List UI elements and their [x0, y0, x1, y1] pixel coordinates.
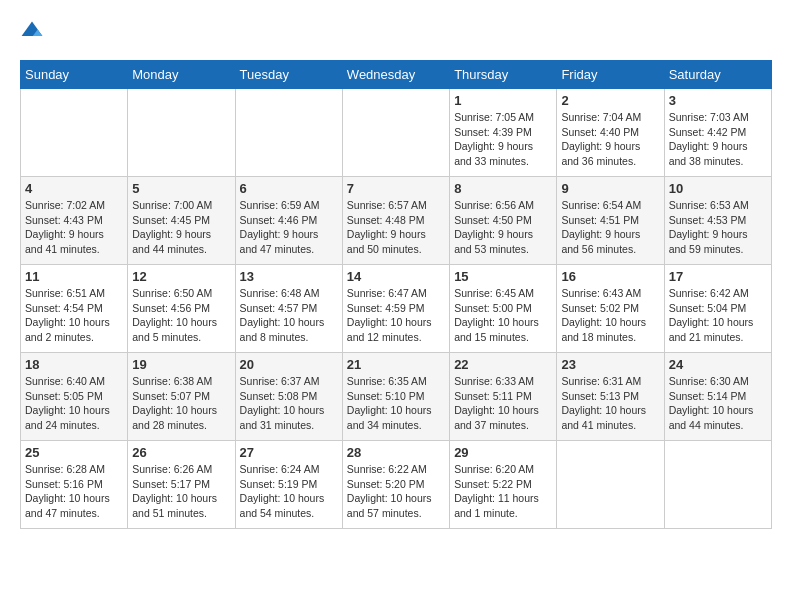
logo [20, 20, 46, 44]
calendar-day-cell: 29Sunrise: 6:20 AMSunset: 5:22 PMDayligh… [450, 441, 557, 529]
calendar-day-cell: 4Sunrise: 7:02 AMSunset: 4:43 PMDaylight… [21, 177, 128, 265]
day-number: 20 [240, 357, 338, 372]
day-info: Sunrise: 6:31 AMSunset: 5:13 PMDaylight:… [561, 374, 659, 433]
day-info: Sunrise: 6:53 AMSunset: 4:53 PMDaylight:… [669, 198, 767, 257]
weekday-header-cell: Tuesday [235, 61, 342, 89]
day-info: Sunrise: 6:28 AMSunset: 5:16 PMDaylight:… [25, 462, 123, 521]
day-info: Sunrise: 6:26 AMSunset: 5:17 PMDaylight:… [132, 462, 230, 521]
calendar-day-cell: 25Sunrise: 6:28 AMSunset: 5:16 PMDayligh… [21, 441, 128, 529]
page-header [20, 20, 772, 44]
day-number: 1 [454, 93, 552, 108]
calendar-day-cell: 3Sunrise: 7:03 AMSunset: 4:42 PMDaylight… [664, 89, 771, 177]
day-number: 16 [561, 269, 659, 284]
day-number: 28 [347, 445, 445, 460]
calendar-day-cell: 21Sunrise: 6:35 AMSunset: 5:10 PMDayligh… [342, 353, 449, 441]
calendar-day-cell: 15Sunrise: 6:45 AMSunset: 5:00 PMDayligh… [450, 265, 557, 353]
day-info: Sunrise: 7:04 AMSunset: 4:40 PMDaylight:… [561, 110, 659, 169]
day-number: 17 [669, 269, 767, 284]
weekday-header-cell: Friday [557, 61, 664, 89]
calendar-day-cell: 16Sunrise: 6:43 AMSunset: 5:02 PMDayligh… [557, 265, 664, 353]
calendar-day-cell: 26Sunrise: 6:26 AMSunset: 5:17 PMDayligh… [128, 441, 235, 529]
day-info: Sunrise: 6:42 AMSunset: 5:04 PMDaylight:… [669, 286, 767, 345]
calendar-day-cell: 24Sunrise: 6:30 AMSunset: 5:14 PMDayligh… [664, 353, 771, 441]
calendar-day-cell [342, 89, 449, 177]
day-number: 7 [347, 181, 445, 196]
calendar-day-cell: 23Sunrise: 6:31 AMSunset: 5:13 PMDayligh… [557, 353, 664, 441]
day-info: Sunrise: 6:47 AMSunset: 4:59 PMDaylight:… [347, 286, 445, 345]
calendar-day-cell: 18Sunrise: 6:40 AMSunset: 5:05 PMDayligh… [21, 353, 128, 441]
day-info: Sunrise: 6:51 AMSunset: 4:54 PMDaylight:… [25, 286, 123, 345]
day-info: Sunrise: 6:59 AMSunset: 4:46 PMDaylight:… [240, 198, 338, 257]
calendar-day-cell: 8Sunrise: 6:56 AMSunset: 4:50 PMDaylight… [450, 177, 557, 265]
calendar-day-cell: 9Sunrise: 6:54 AMSunset: 4:51 PMDaylight… [557, 177, 664, 265]
day-info: Sunrise: 7:03 AMSunset: 4:42 PMDaylight:… [669, 110, 767, 169]
day-info: Sunrise: 6:20 AMSunset: 5:22 PMDaylight:… [454, 462, 552, 521]
day-info: Sunrise: 6:22 AMSunset: 5:20 PMDaylight:… [347, 462, 445, 521]
weekday-header-cell: Saturday [664, 61, 771, 89]
day-number: 9 [561, 181, 659, 196]
calendar-table: SundayMondayTuesdayWednesdayThursdayFrid… [20, 60, 772, 529]
day-info: Sunrise: 7:00 AMSunset: 4:45 PMDaylight:… [132, 198, 230, 257]
weekday-header-cell: Monday [128, 61, 235, 89]
calendar-day-cell: 27Sunrise: 6:24 AMSunset: 5:19 PMDayligh… [235, 441, 342, 529]
day-number: 8 [454, 181, 552, 196]
day-number: 21 [347, 357, 445, 372]
day-number: 13 [240, 269, 338, 284]
day-info: Sunrise: 6:56 AMSunset: 4:50 PMDaylight:… [454, 198, 552, 257]
calendar-week-row: 1Sunrise: 7:05 AMSunset: 4:39 PMDaylight… [21, 89, 772, 177]
day-number: 27 [240, 445, 338, 460]
day-number: 22 [454, 357, 552, 372]
calendar-body: 1Sunrise: 7:05 AMSunset: 4:39 PMDaylight… [21, 89, 772, 529]
day-number: 5 [132, 181, 230, 196]
weekday-header-cell: Sunday [21, 61, 128, 89]
day-info: Sunrise: 6:37 AMSunset: 5:08 PMDaylight:… [240, 374, 338, 433]
day-info: Sunrise: 6:43 AMSunset: 5:02 PMDaylight:… [561, 286, 659, 345]
calendar-day-cell: 28Sunrise: 6:22 AMSunset: 5:20 PMDayligh… [342, 441, 449, 529]
calendar-day-cell: 19Sunrise: 6:38 AMSunset: 5:07 PMDayligh… [128, 353, 235, 441]
calendar-day-cell: 5Sunrise: 7:00 AMSunset: 4:45 PMDaylight… [128, 177, 235, 265]
day-number: 25 [25, 445, 123, 460]
day-info: Sunrise: 6:48 AMSunset: 4:57 PMDaylight:… [240, 286, 338, 345]
calendar-day-cell: 14Sunrise: 6:47 AMSunset: 4:59 PMDayligh… [342, 265, 449, 353]
day-info: Sunrise: 6:38 AMSunset: 5:07 PMDaylight:… [132, 374, 230, 433]
day-number: 23 [561, 357, 659, 372]
day-number: 14 [347, 269, 445, 284]
calendar-week-row: 11Sunrise: 6:51 AMSunset: 4:54 PMDayligh… [21, 265, 772, 353]
day-number: 2 [561, 93, 659, 108]
day-number: 19 [132, 357, 230, 372]
calendar-day-cell: 11Sunrise: 6:51 AMSunset: 4:54 PMDayligh… [21, 265, 128, 353]
day-info: Sunrise: 6:50 AMSunset: 4:56 PMDaylight:… [132, 286, 230, 345]
day-number: 26 [132, 445, 230, 460]
day-number: 3 [669, 93, 767, 108]
calendar-day-cell: 17Sunrise: 6:42 AMSunset: 5:04 PMDayligh… [664, 265, 771, 353]
day-number: 15 [454, 269, 552, 284]
calendar-day-cell: 12Sunrise: 6:50 AMSunset: 4:56 PMDayligh… [128, 265, 235, 353]
day-info: Sunrise: 6:30 AMSunset: 5:14 PMDaylight:… [669, 374, 767, 433]
calendar-day-cell: 6Sunrise: 6:59 AMSunset: 4:46 PMDaylight… [235, 177, 342, 265]
day-number: 18 [25, 357, 123, 372]
day-info: Sunrise: 6:33 AMSunset: 5:11 PMDaylight:… [454, 374, 552, 433]
calendar-week-row: 18Sunrise: 6:40 AMSunset: 5:05 PMDayligh… [21, 353, 772, 441]
calendar-day-cell: 7Sunrise: 6:57 AMSunset: 4:48 PMDaylight… [342, 177, 449, 265]
day-info: Sunrise: 6:45 AMSunset: 5:00 PMDaylight:… [454, 286, 552, 345]
day-number: 6 [240, 181, 338, 196]
calendar-day-cell: 10Sunrise: 6:53 AMSunset: 4:53 PMDayligh… [664, 177, 771, 265]
day-info: Sunrise: 7:02 AMSunset: 4:43 PMDaylight:… [25, 198, 123, 257]
calendar-day-cell: 2Sunrise: 7:04 AMSunset: 4:40 PMDaylight… [557, 89, 664, 177]
day-info: Sunrise: 6:24 AMSunset: 5:19 PMDaylight:… [240, 462, 338, 521]
calendar-day-cell: 13Sunrise: 6:48 AMSunset: 4:57 PMDayligh… [235, 265, 342, 353]
day-info: Sunrise: 6:40 AMSunset: 5:05 PMDaylight:… [25, 374, 123, 433]
weekday-header-cell: Thursday [450, 61, 557, 89]
weekday-header-cell: Wednesday [342, 61, 449, 89]
day-number: 4 [25, 181, 123, 196]
calendar-day-cell: 1Sunrise: 7:05 AMSunset: 4:39 PMDaylight… [450, 89, 557, 177]
calendar-week-row: 4Sunrise: 7:02 AMSunset: 4:43 PMDaylight… [21, 177, 772, 265]
calendar-day-cell: 22Sunrise: 6:33 AMSunset: 5:11 PMDayligh… [450, 353, 557, 441]
calendar-day-cell [21, 89, 128, 177]
calendar-day-cell [128, 89, 235, 177]
day-number: 24 [669, 357, 767, 372]
calendar-day-cell [664, 441, 771, 529]
calendar-day-cell: 20Sunrise: 6:37 AMSunset: 5:08 PMDayligh… [235, 353, 342, 441]
day-info: Sunrise: 6:35 AMSunset: 5:10 PMDaylight:… [347, 374, 445, 433]
calendar-week-row: 25Sunrise: 6:28 AMSunset: 5:16 PMDayligh… [21, 441, 772, 529]
